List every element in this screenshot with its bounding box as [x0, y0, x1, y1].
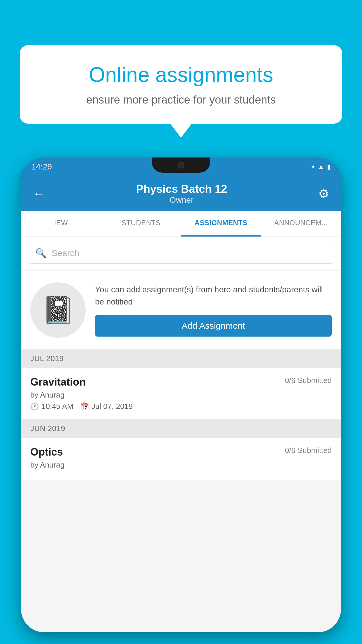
section-header-jun: JUN 2019 [21, 419, 341, 438]
phone-notch [152, 158, 210, 173]
speech-bubble-subtitle: ensure more practice for your students [40, 94, 322, 106]
settings-icon[interactable]: ⚙ [318, 187, 329, 201]
speech-bubble-container: Online assignments ensure more practice … [20, 45, 342, 124]
signal-icon: ▲ [318, 163, 324, 171]
battery-icon: ▮ [327, 163, 331, 171]
tab-iew[interactable]: IEW [21, 211, 101, 237]
app-bar-title-container: Physics Batch 12 Owner [136, 183, 227, 205]
phone-container: 14:29 ▾ ▲ ▮ ← Physics Batch 12 Owner ⚙ I… [21, 158, 341, 632]
tabs-bar: IEW STUDENTS ASSIGNMENTS ANNOUNCEM... [21, 211, 341, 237]
assignment-author-gravitation: by Anurag [30, 391, 332, 400]
empty-state-text: You can add assignment(s) from here and … [95, 284, 332, 337]
clock-icon: 🕐 [30, 402, 39, 411]
assignment-row1: Gravitation 0/6 Submitted [30, 376, 332, 388]
front-camera [178, 162, 184, 169]
app-bar-title: Physics Batch 12 [136, 183, 227, 195]
assignment-row1-optics: Optics 0/6 Submitted [30, 446, 332, 458]
speech-bubble-title: Online assignments [40, 63, 322, 87]
status-icons: ▾ ▲ ▮ [312, 163, 331, 171]
phone-frame: 14:29 ▾ ▲ ▮ ← Physics Batch 12 Owner ⚙ I… [21, 158, 341, 632]
search-icon: 🔍 [35, 248, 47, 259]
assignment-time-gravitation: 🕐 10:45 AM [30, 402, 73, 411]
assignment-author-optics: by Anurag [30, 461, 332, 470]
search-bar[interactable]: 🔍 Search [28, 243, 334, 264]
assignment-item-gravitation[interactable]: Gravitation 0/6 Submitted by Anurag 🕐 10… [21, 368, 341, 419]
assignment-meta-gravitation: 🕐 10:45 AM 📅 Jul 07, 2019 [30, 402, 332, 411]
empty-state-description: You can add assignment(s) from here and … [95, 284, 332, 308]
search-placeholder: Search [52, 248, 79, 258]
assignment-item-optics[interactable]: Optics 0/6 Submitted by Anurag [21, 438, 341, 480]
assignment-name-optics: Optics [30, 446, 63, 458]
empty-state: 📓 You can add assignment(s) from here an… [21, 271, 341, 349]
app-bar: ← Physics Batch 12 Owner ⚙ [21, 176, 341, 211]
phone-screen: 🔍 Search 📓 You can add assignment(s) fro… [21, 237, 341, 632]
notebook-icon: 📓 [42, 295, 74, 326]
status-time: 14:29 [31, 162, 52, 172]
tab-assignments[interactable]: ASSIGNMENTS [181, 211, 261, 237]
tab-students[interactable]: STUDENTS [101, 211, 181, 237]
empty-state-icon-circle: 📓 [30, 282, 86, 338]
back-button[interactable]: ← [33, 187, 45, 201]
assignment-submitted-optics: 0/6 Submitted [285, 446, 332, 455]
search-bar-container: 🔍 Search [21, 237, 341, 270]
wifi-icon: ▾ [312, 163, 315, 171]
add-assignment-button[interactable]: Add Assignment [95, 315, 332, 337]
section-header-jul: JUL 2019 [21, 349, 341, 368]
assignment-name-gravitation: Gravitation [30, 376, 86, 388]
speech-bubble: Online assignments ensure more practice … [20, 45, 342, 124]
tab-announcements[interactable]: ANNOUNCEM... [261, 211, 341, 237]
app-bar-subtitle: Owner [136, 195, 227, 205]
assignment-date-gravitation: 📅 Jul 07, 2019 [80, 402, 133, 411]
calendar-icon: 📅 [80, 402, 89, 411]
assignment-submitted-gravitation: 0/6 Submitted [285, 376, 332, 385]
